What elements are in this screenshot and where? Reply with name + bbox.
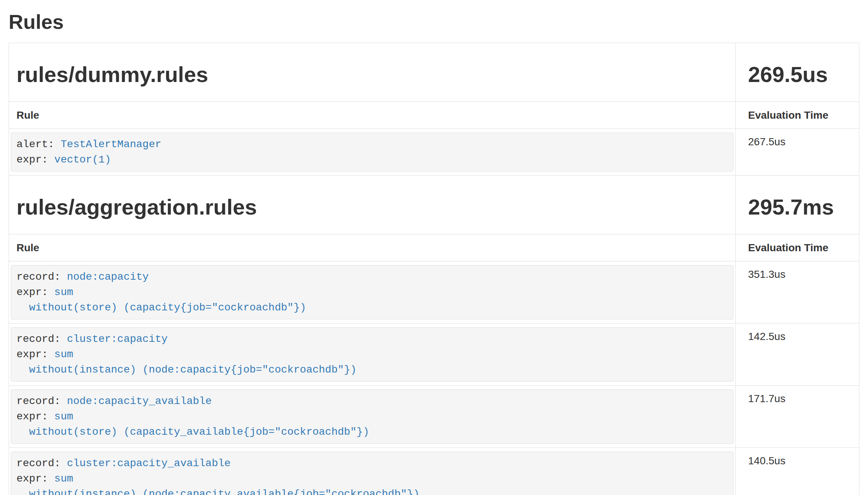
rules-table: rules/dummy.rules 269.5us Rule Evaluatio… [9, 43, 859, 495]
rule-column-header: Rule [9, 234, 736, 261]
rule-group-file: rules/aggregation.rules [9, 176, 736, 234]
rule-column-header: Rule [9, 102, 736, 129]
rule-definition-cell: record: cluster:capacity expr: sum witho… [9, 324, 736, 386]
rule-definition-cell: record: cluster:capacity_available expr:… [9, 448, 736, 495]
rule-keyword: record: [16, 271, 61, 283]
rule-keyword: record: [16, 333, 61, 345]
rule-definition-cell: alert: TestAlertManager expr: vector(1) [9, 129, 736, 176]
rule-code-block: alert: TestAlertManager expr: vector(1) [11, 133, 733, 171]
rule-row: record: cluster:capacity expr: sum witho… [9, 324, 859, 386]
rule-code-block: record: cluster:capacity expr: sum witho… [11, 327, 733, 382]
rule-code-block: record: node:capacity expr: sum without(… [11, 265, 733, 319]
rule-expr-link[interactable]: vector(1) [54, 154, 111, 165]
expr-keyword: expr: [16, 349, 48, 360]
rule-name-link[interactable]: node:capacity_available [67, 395, 211, 407]
rule-group-header-row: rules/dummy.rules 269.5us [9, 43, 859, 102]
rule-definition-cell: record: node:capacity_available expr: su… [9, 386, 736, 448]
expr-keyword: expr: [16, 154, 48, 165]
rule-group-evaluation-time: 295.7ms [736, 176, 859, 234]
rule-evaluation-time: 267.5us [736, 129, 859, 176]
rule-group-header-row: rules/aggregation.rules 295.7ms [9, 176, 859, 234]
expr-keyword: expr: [16, 473, 48, 485]
rules-page: Rules rules/dummy.rules 269.5us Rule Eva… [0, 0, 868, 495]
rule-row: record: node:capacity_available expr: su… [9, 386, 859, 448]
column-header-row: Rule Evaluation Time [9, 102, 859, 129]
expr-keyword: expr: [16, 411, 48, 422]
rule-code-block: record: node:capacity_available expr: su… [11, 389, 733, 444]
rule-expr-link[interactable]: sum without(store) (capacity_available{j… [16, 411, 369, 438]
rule-expr-link[interactable]: sum without(store) (capacity{job="cockro… [16, 286, 306, 313]
rule-row: record: node:capacity expr: sum without(… [9, 261, 859, 324]
rule-expr-link[interactable]: sum without(instance) (node:capacity_ava… [16, 473, 419, 495]
evaluation-time-column-header: Evaluation Time [736, 234, 859, 261]
expr-keyword: expr: [16, 286, 48, 298]
rule-name-link[interactable]: TestAlertManager [61, 139, 162, 150]
rule-expr-link[interactable]: sum without(instance) (node:capacity{job… [16, 349, 356, 376]
rule-evaluation-time: 142.5us [736, 324, 859, 386]
rule-name-link[interactable]: cluster:capacity_available [67, 458, 230, 469]
rule-definition-cell: record: node:capacity expr: sum without(… [9, 261, 736, 324]
page-container: Rules rules/dummy.rules 269.5us Rule Eva… [0, 10, 868, 495]
rule-group-evaluation-time: 269.5us [736, 43, 859, 102]
rule-evaluation-time: 351.3us [736, 261, 859, 324]
page-title: Rules [9, 10, 859, 34]
rule-keyword: record: [16, 458, 61, 469]
rule-keyword: alert: [16, 139, 54, 150]
rule-evaluation-time: 140.5us [736, 448, 859, 495]
rule-keyword: record: [16, 395, 61, 407]
rule-name-link[interactable]: cluster:capacity [67, 333, 168, 345]
rule-code-block: record: cluster:capacity_available expr:… [11, 452, 733, 495]
rule-row: alert: TestAlertManager expr: vector(1) … [9, 129, 859, 176]
column-header-row: Rule Evaluation Time [9, 234, 859, 261]
rule-name-link[interactable]: node:capacity [67, 271, 148, 283]
rule-group-file: rules/dummy.rules [9, 43, 736, 102]
rule-row: record: cluster:capacity_available expr:… [9, 448, 859, 495]
rule-evaluation-time: 171.7us [736, 386, 859, 448]
evaluation-time-column-header: Evaluation Time [736, 102, 859, 129]
